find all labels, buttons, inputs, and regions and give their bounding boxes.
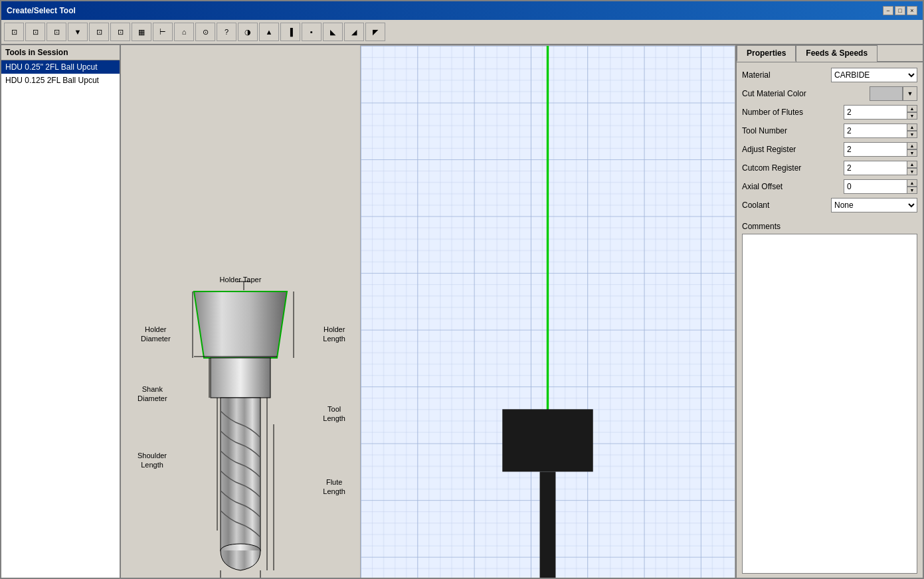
window-title: Create/Select Tool bbox=[7, 6, 76, 15]
num-flutes-row: Number of Flutes ▲ ▼ bbox=[742, 105, 917, 120]
num-flutes-label: Number of Flutes bbox=[742, 108, 803, 117]
tool-number-spinner: ▲ ▼ bbox=[844, 124, 917, 138]
tool-number-spin-btns: ▲ ▼ bbox=[907, 124, 917, 138]
toolbar-btn-17[interactable]: ◢ bbox=[344, 23, 364, 41]
toolbar-btn-14[interactable]: ▐ bbox=[280, 23, 300, 41]
holder-diameter-label: HolderDiameter bbox=[141, 325, 171, 344]
toolbar-btn-18[interactable]: ◤ bbox=[365, 23, 385, 41]
svg-rect-20 bbox=[502, 409, 593, 471]
toolbar-btn-9[interactable]: ⌂ bbox=[174, 23, 194, 41]
svg-rect-21 bbox=[540, 471, 556, 578]
svg-rect-8 bbox=[221, 398, 260, 550]
preview-area bbox=[360, 45, 735, 578]
right-panel: Properties Feeds & Speeds Material CARBI… bbox=[737, 45, 923, 578]
tabs-row: Properties Feeds & Speeds bbox=[737, 45, 923, 62]
sidebar-item-1[interactable]: HDU 0.125 2FL Ball Upcut bbox=[1, 74, 120, 87]
num-flutes-up[interactable]: ▲ bbox=[907, 105, 917, 112]
shank-diameter-label: ShankDiameter bbox=[138, 384, 167, 404]
toolbar-btn-15[interactable]: ▪ bbox=[302, 23, 322, 41]
svg-marker-2 bbox=[194, 291, 287, 358]
axial-offset-down[interactable]: ▼ bbox=[907, 187, 917, 194]
toolbar-btn-11[interactable]: ? bbox=[217, 23, 236, 41]
material-row: Material CARBIDE bbox=[742, 68, 917, 82]
toolbar-btn-1[interactable]: ⊡ bbox=[4, 23, 24, 41]
toolbar-btn-2[interactable]: ⊡ bbox=[25, 23, 45, 41]
holder-taper-label: Holder Taper bbox=[220, 276, 262, 284]
comments-section: Comments bbox=[737, 218, 923, 578]
flute-length-label: FluteLength bbox=[323, 477, 345, 497]
shoulder-length-label: ShoulderLength bbox=[138, 451, 167, 470]
cut-color-swatch[interactable] bbox=[870, 86, 903, 101]
props-content: Material CARBIDE Cut Material Color ▼ Nu… bbox=[737, 62, 923, 218]
cutcom-register-input[interactable] bbox=[844, 161, 907, 175]
num-flutes-down[interactable]: ▼ bbox=[907, 112, 917, 120]
maximize-button[interactable]: □ bbox=[895, 6, 905, 15]
toolbar: ⊡ ⊡ ⊡ ▼ ⊡ ⊡ ▦ ⊢ ⌂ ⊙ ? ◑ ▲ ▐ ▪ ◣ ◢ ◤ bbox=[1, 20, 923, 45]
title-bar-buttons: − □ × bbox=[883, 6, 917, 15]
axial-offset-label: Axial Offset bbox=[742, 182, 783, 191]
adj-register-label: Adjust Register bbox=[742, 145, 796, 154]
toolbar-btn-5[interactable]: ⊡ bbox=[89, 23, 109, 41]
cutcom-register-spin-btns: ▲ ▼ bbox=[907, 161, 917, 175]
toolbar-btn-16[interactable]: ◣ bbox=[323, 23, 343, 41]
adj-register-down[interactable]: ▼ bbox=[907, 149, 917, 157]
tool-number-down[interactable]: ▼ bbox=[907, 131, 917, 138]
adj-register-row: Adjust Register ▲ ▼ bbox=[742, 142, 917, 157]
coolant-select[interactable]: None Flood Mist Air bbox=[831, 198, 917, 212]
cut-color-label: Cut Material Color bbox=[742, 89, 806, 98]
sidebar-title: Tools in Session bbox=[1, 45, 120, 60]
cutcom-register-down[interactable]: ▼ bbox=[907, 168, 917, 175]
minimize-button[interactable]: − bbox=[883, 6, 893, 15]
cut-color-control: ▼ bbox=[870, 86, 917, 101]
toolbar-btn-7[interactable]: ▦ bbox=[132, 23, 151, 41]
axial-offset-input[interactable] bbox=[844, 179, 907, 194]
num-flutes-spinner: ▲ ▼ bbox=[844, 105, 917, 120]
center-area: Holder Taper HolderDiameter HolderLength… bbox=[121, 45, 737, 578]
tool-number-up[interactable]: ▲ bbox=[907, 124, 917, 131]
tool-diagram: Holder Taper HolderDiameter HolderLength… bbox=[121, 45, 360, 578]
title-bar: Create/Select Tool − □ × bbox=[1, 1, 923, 20]
tab-feeds-speeds[interactable]: Feeds & Speeds bbox=[796, 45, 878, 62]
adj-register-spinner: ▲ ▼ bbox=[844, 142, 917, 157]
adj-register-input[interactable] bbox=[844, 142, 907, 157]
tool-number-input[interactable] bbox=[844, 124, 907, 138]
holder-length-label: HolderLength bbox=[323, 325, 345, 344]
cutcom-register-up[interactable]: ▲ bbox=[907, 161, 917, 168]
material-select[interactable]: CARBIDE bbox=[831, 68, 917, 82]
tool-illustration bbox=[134, 272, 347, 578]
close-button[interactable]: × bbox=[907, 6, 917, 15]
coolant-label: Coolant bbox=[742, 201, 769, 210]
num-flutes-input[interactable] bbox=[844, 105, 907, 120]
tab-properties[interactable]: Properties bbox=[737, 45, 796, 62]
sidebar: Tools in Session HDU 0.25" 2FL Ball Upcu… bbox=[1, 45, 121, 578]
toolbar-btn-13[interactable]: ▲ bbox=[259, 23, 279, 41]
toolbar-btn-10[interactable]: ⊙ bbox=[195, 23, 215, 41]
axial-offset-up[interactable]: ▲ bbox=[907, 179, 917, 187]
main-window: Create/Select Tool − □ × ⊡ ⊡ ⊡ ▼ ⊡ ⊡ ▦ ⊢… bbox=[0, 0, 924, 579]
cut-color-dropdown[interactable]: ▼ bbox=[903, 86, 917, 101]
toolbar-btn-8[interactable]: ⊢ bbox=[153, 23, 173, 41]
diagram-area: Holder Taper HolderDiameter HolderLength… bbox=[121, 45, 735, 578]
tool-diagram-svg-wrapper: Holder Taper HolderDiameter HolderLength… bbox=[134, 272, 347, 578]
cutcom-register-label: Cutcom Register bbox=[742, 163, 801, 173]
toolbar-btn-3[interactable]: ⊡ bbox=[46, 23, 66, 41]
toolbar-btn-6[interactable]: ⊡ bbox=[110, 23, 130, 41]
adj-register-up[interactable]: ▲ bbox=[907, 142, 917, 149]
adj-register-spin-btns: ▲ ▼ bbox=[907, 142, 917, 157]
coolant-row: Coolant None Flood Mist Air bbox=[742, 198, 917, 212]
sidebar-item-0[interactable]: HDU 0.25" 2FL Ball Upcut bbox=[1, 60, 120, 74]
main-area: Tools in Session HDU 0.25" 2FL Ball Upcu… bbox=[1, 45, 923, 578]
comments-label: Comments bbox=[742, 222, 917, 231]
cut-color-row: Cut Material Color ▼ bbox=[742, 86, 917, 101]
axial-offset-row: Axial Offset ▲ ▼ bbox=[742, 179, 917, 194]
comments-textarea[interactable] bbox=[742, 234, 917, 574]
preview-svg bbox=[361, 46, 735, 578]
tool-number-row: Tool Number ▲ ▼ bbox=[742, 124, 917, 138]
num-flutes-spin-btns: ▲ ▼ bbox=[907, 105, 917, 120]
svg-rect-6 bbox=[211, 358, 270, 398]
material-label: Material bbox=[742, 70, 771, 80]
cutcom-register-spinner: ▲ ▼ bbox=[844, 161, 917, 175]
tool-number-label: Tool Number bbox=[742, 126, 787, 135]
toolbar-btn-4[interactable]: ▼ bbox=[68, 23, 88, 41]
toolbar-btn-12[interactable]: ◑ bbox=[238, 23, 258, 41]
